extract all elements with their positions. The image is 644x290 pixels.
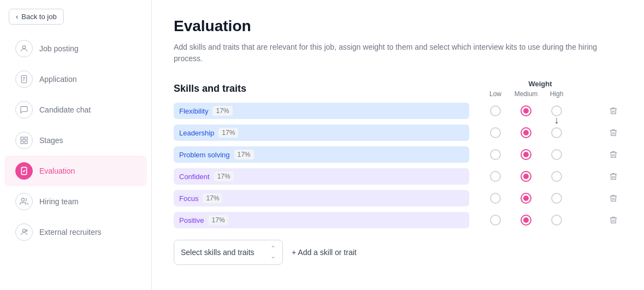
skill-pct: 17%	[214, 171, 234, 181]
radio-low[interactable]	[480, 215, 511, 226]
radio-medium[interactable]	[511, 171, 541, 182]
skill-tag: Flexibility 17%	[174, 103, 469, 119]
weight-cols: Low Medium High	[480, 90, 600, 98]
delete-skill-button[interactable]	[605, 190, 622, 207]
skill-name-col: Positive 17%	[174, 212, 469, 228]
radio-high[interactable]: ↓	[541, 105, 572, 116]
back-button[interactable]: ‹ Back to job	[9, 9, 64, 25]
table-row: Confident 17%	[174, 168, 622, 185]
radio-low[interactable]	[480, 171, 511, 182]
radio-group	[480, 193, 600, 204]
radio-circle-high[interactable]	[551, 193, 562, 204]
radio-circle-medium[interactable]	[521, 171, 531, 182]
high-label: High	[541, 90, 572, 98]
sidebar-item-evaluation[interactable]: Evaluation	[4, 156, 147, 186]
radio-circle-low[interactable]	[490, 215, 501, 226]
select-skills-label: Select skills and traits	[181, 248, 255, 257]
radio-circle-low[interactable]	[490, 171, 501, 182]
radio-circle-low[interactable]	[490, 127, 501, 138]
svg-point-10	[21, 198, 24, 201]
skill-pct: 17%	[218, 128, 238, 138]
radio-medium[interactable]	[511, 215, 541, 226]
radio-circle-low[interactable]	[490, 149, 501, 160]
radio-medium[interactable]	[511, 127, 541, 138]
section-title: Skills and traits	[174, 83, 246, 94]
radio-circle-high[interactable]	[551, 215, 562, 226]
radio-medium[interactable]	[511, 149, 541, 160]
svg-rect-5	[21, 137, 23, 140]
delete-skill-button[interactable]	[605, 124, 622, 141]
add-skill-button[interactable]: + Add a skill or trait	[292, 248, 357, 257]
radio-high[interactable]	[541, 193, 572, 204]
skill-tag: Problem solving 17%	[174, 146, 469, 163]
skill-pct: 17%	[212, 106, 232, 116]
radio-high[interactable]	[541, 127, 572, 138]
svg-point-0	[22, 46, 25, 49]
radio-high[interactable]	[541, 215, 572, 226]
weight-section-header: Weight Low Medium High	[480, 80, 600, 98]
delete-skill-button[interactable]	[605, 168, 622, 185]
radio-circle-low[interactable]	[490, 105, 501, 116]
low-label: Low	[480, 90, 511, 98]
delete-skill-button[interactable]	[605, 211, 622, 229]
radio-circle-medium[interactable]	[521, 193, 531, 204]
radio-circle-medium[interactable]	[521, 127, 531, 138]
radio-low[interactable]	[480, 105, 511, 116]
radio-low[interactable]	[480, 193, 511, 204]
stages-icon	[15, 132, 33, 149]
sidebar-item-external-recruiters[interactable]: External recruiters	[4, 217, 147, 247]
hiring-team-icon	[15, 193, 33, 210]
medium-label: Medium	[511, 90, 541, 98]
skill-tag: Focus 17%	[174, 190, 469, 206]
application-icon	[15, 70, 33, 88]
sidebar-item-application[interactable]: Application	[4, 64, 147, 94]
skill-tag: Leadership 17%	[174, 125, 469, 141]
sidebar-item-job-posting[interactable]: Job posting	[4, 33, 147, 64]
radio-circle-high[interactable]	[551, 149, 562, 160]
skill-pct: 17%	[203, 193, 222, 203]
radio-group	[480, 127, 600, 138]
radio-low[interactable]	[480, 127, 511, 138]
svg-rect-7	[21, 141, 23, 144]
sidebar-item-label: Application	[39, 75, 77, 84]
sidebar-item-label: Evaluation	[39, 167, 75, 175]
radio-circle-medium[interactable]	[521, 215, 531, 226]
skill-tag: Confident 17%	[174, 168, 469, 185]
sidebar-item-candidate-chat[interactable]: Candidate chat	[4, 94, 147, 125]
svg-rect-6	[25, 137, 27, 140]
weight-label: Weight	[528, 80, 552, 88]
radio-low[interactable]	[480, 149, 511, 160]
skill-rows-container: Flexibility 17% ↓ Leadership	[174, 102, 622, 229]
radio-medium[interactable]	[511, 105, 541, 116]
radio-circle-medium[interactable]	[521, 105, 531, 116]
back-label: Back to job	[21, 13, 56, 21]
radio-medium[interactable]	[511, 193, 541, 204]
radio-group	[480, 171, 600, 182]
radio-circle-high[interactable]	[551, 171, 562, 182]
skills-table: Skills and traits Weight Low Medium High…	[174, 80, 622, 229]
radio-circle-medium[interactable]	[521, 149, 531, 160]
radio-high[interactable]	[541, 171, 572, 182]
chevron-left-icon: ‹	[16, 13, 18, 21]
radio-high[interactable]	[541, 149, 572, 160]
delete-skill-button[interactable]	[605, 146, 622, 163]
page-title: Evaluation	[174, 17, 622, 35]
main-content: Evaluation Add skills and traits that ar…	[152, 0, 644, 290]
skill-tag: Positive 17%	[174, 212, 469, 228]
radio-group: ↓	[480, 105, 600, 116]
svg-point-12	[26, 230, 27, 232]
sidebar-item-stages[interactable]: Stages	[4, 125, 147, 156]
candidate-chat-icon	[15, 101, 33, 119]
skill-name-col: Focus 17%	[174, 190, 469, 206]
radio-circle-high[interactable]	[551, 105, 562, 116]
radio-circle-low[interactable]	[490, 193, 501, 204]
skill-pct: 17%	[209, 215, 228, 225]
radio-group	[480, 215, 600, 226]
skill-name-col: Problem solving 17%	[174, 146, 469, 163]
radio-circle-high[interactable]	[551, 127, 562, 138]
select-skills-dropdown[interactable]: Select skills and traits ⌃⌄	[174, 240, 283, 265]
delete-skill-button[interactable]	[605, 102, 622, 120]
sidebar-item-label: Job posting	[39, 44, 79, 53]
table-row: Focus 17%	[174, 190, 622, 207]
sidebar-item-hiring-team[interactable]: Hiring team	[4, 186, 147, 217]
